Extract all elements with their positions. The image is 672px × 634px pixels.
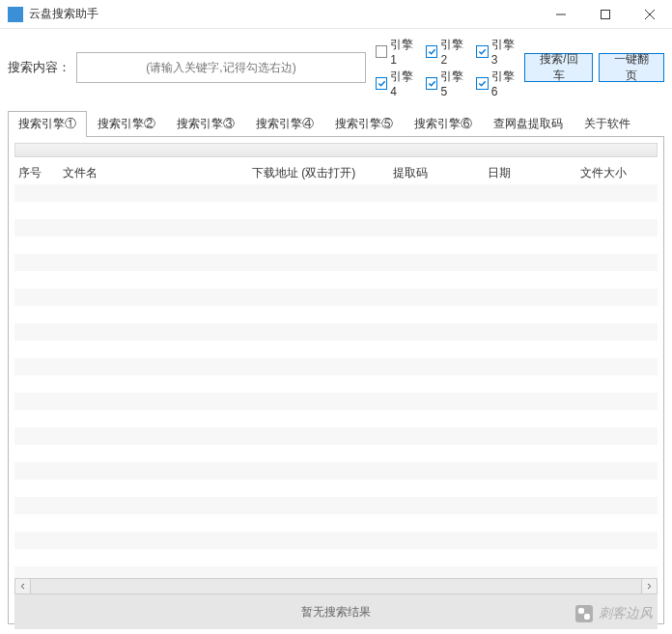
toolbar-spacer	[14, 143, 658, 157]
checkbox-label: 引擎5	[440, 69, 468, 98]
checkbox-icon	[426, 77, 437, 90]
table-row	[14, 254, 658, 271]
table-row	[14, 393, 658, 410]
table-row	[14, 427, 658, 445]
watermark: 刺客边风	[575, 605, 653, 622]
column-header-3[interactable]: 下载地址 (双击打开)	[248, 165, 389, 181]
table-row	[14, 341, 658, 358]
svg-rect-1	[602, 10, 610, 18]
checkbox-icon	[376, 45, 387, 58]
table-row	[14, 375, 658, 393]
checkbox-icon	[476, 77, 488, 90]
wechat-icon	[575, 605, 593, 622]
engine-checkbox-3[interactable]: 引擎3	[476, 37, 518, 67]
empty-results-text: 暂无搜索结果	[301, 604, 371, 620]
table-row	[14, 480, 658, 497]
table-row	[14, 184, 658, 202]
table-row	[14, 219, 658, 236]
minimize-button[interactable]	[539, 0, 583, 29]
engine-checkbox-1[interactable]: 引擎1	[376, 37, 418, 67]
scroll-right-arrow[interactable]	[641, 578, 658, 594]
search-input[interactable]	[76, 52, 366, 83]
table-row	[14, 410, 658, 427]
table-body	[14, 184, 658, 578]
scroll-left-arrow[interactable]	[14, 578, 31, 594]
horizontal-scrollbar[interactable]	[14, 578, 658, 594]
table-row	[14, 306, 658, 323]
checkbox-label: 引擎1	[390, 37, 418, 67]
table-row	[14, 549, 658, 566]
tab-3[interactable]: 搜索引擎③	[166, 111, 245, 137]
engine-checkbox-6[interactable]: 引擎6	[476, 69, 518, 98]
engine-checkbox-4[interactable]: 引擎4	[376, 69, 418, 98]
app-icon	[8, 7, 23, 22]
tab-strip: 搜索引擎①搜索引擎②搜索引擎③搜索引擎④搜索引擎⑤搜索引擎⑥查网盘提取码关于软件	[8, 110, 664, 136]
checkbox-label: 引擎3	[491, 37, 519, 67]
table-row	[14, 236, 658, 254]
column-header-6[interactable]: 文件大小	[576, 165, 644, 181]
scroll-track[interactable]	[31, 578, 641, 594]
checkbox-label: 引擎6	[491, 69, 519, 98]
table-row	[14, 497, 658, 514]
tab-5[interactable]: 搜索引擎⑤	[324, 111, 404, 137]
table-row	[14, 566, 658, 578]
column-header-4[interactable]: 提取码	[389, 165, 484, 181]
table-row	[14, 445, 658, 462]
checkbox-icon	[376, 77, 387, 90]
search-row: 搜索内容： 引擎1引擎2引擎3引擎4引擎5引擎6 搜索/回车 一键翻页	[0, 29, 672, 104]
results-status-bar: 暂无搜索结果	[14, 594, 658, 629]
tab-4[interactable]: 搜索引擎④	[245, 111, 324, 137]
engine-checkbox-2[interactable]: 引擎2	[426, 37, 468, 67]
checkbox-icon	[476, 45, 488, 58]
close-button[interactable]	[628, 0, 672, 29]
table-row	[14, 532, 658, 549]
checkbox-icon	[426, 45, 437, 58]
tab-8[interactable]: 关于软件	[574, 111, 641, 137]
column-header-5[interactable]: 日期	[484, 165, 576, 181]
table-row	[14, 358, 658, 375]
table-header-row: 序号文件名下载地址 (双击打开)提取码日期文件大小	[14, 161, 658, 184]
tab-container: 搜索引擎①搜索引擎②搜索引擎③搜索引擎④搜索引擎⑤搜索引擎⑥查网盘提取码关于软件…	[8, 110, 664, 624]
column-header-1[interactable]: 序号	[14, 165, 59, 181]
tab-7[interactable]: 查网盘提取码	[483, 111, 574, 137]
checkbox-label: 引擎4	[390, 69, 418, 98]
tab-6[interactable]: 搜索引擎⑥	[404, 111, 483, 137]
engine-checkbox-5[interactable]: 引擎5	[426, 69, 468, 98]
table-row	[14, 202, 658, 219]
table-row	[14, 514, 658, 532]
tab-content: 序号文件名下载地址 (双击打开)提取码日期文件大小 暂无搜索结果	[8, 136, 664, 624]
search-label: 搜索内容：	[8, 59, 70, 76]
title-bar: 云盘搜索助手	[0, 0, 672, 29]
table-row	[14, 462, 658, 480]
table-row	[14, 289, 658, 306]
engine-checkbox-group: 引擎1引擎2引擎3引擎4引擎5引擎6	[376, 37, 518, 98]
tab-2[interactable]: 搜索引擎②	[87, 111, 166, 137]
results-table: 序号文件名下载地址 (双击打开)提取码日期文件大小	[14, 161, 658, 578]
window-title: 云盘搜索助手	[29, 6, 539, 22]
column-header-2[interactable]: 文件名	[59, 165, 248, 181]
watermark-text: 刺客边风	[599, 605, 653, 622]
checkbox-label: 引擎2	[440, 37, 468, 67]
maximize-button[interactable]	[583, 0, 628, 29]
tab-1[interactable]: 搜索引擎①	[8, 111, 87, 137]
next-page-button[interactable]: 一键翻页	[599, 53, 664, 82]
search-button[interactable]: 搜索/回车	[524, 53, 593, 82]
table-row	[14, 271, 658, 289]
table-row	[14, 323, 658, 341]
